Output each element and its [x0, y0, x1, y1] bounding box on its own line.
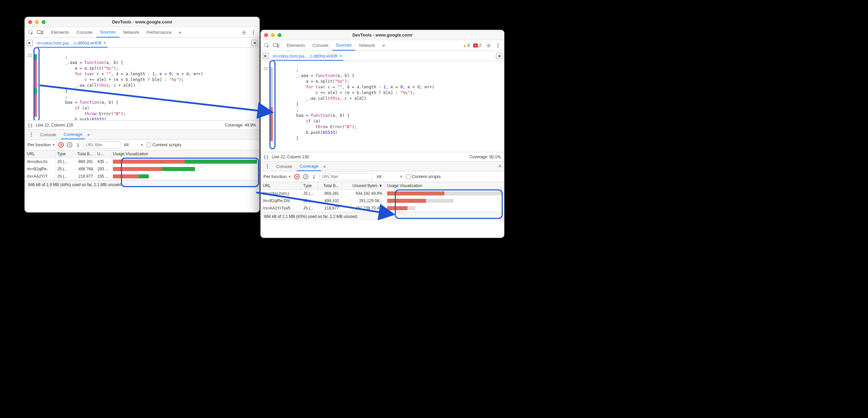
errors-badge[interactable]: ×2: [473, 43, 481, 48]
tab-sources[interactable]: Sources: [96, 27, 119, 37]
show-navigator-icon[interactable]: ▶: [27, 40, 33, 46]
record-icon[interactable]: ●: [294, 174, 300, 179]
table-row[interactable]: /m=B2qlPe,DhlJS (...499,102291,129 58...: [261, 197, 504, 205]
tab-elements[interactable]: Elements: [48, 27, 72, 37]
tab-console[interactable]: Console: [309, 40, 332, 50]
drawer-tab-console[interactable]: Console: [37, 130, 59, 139]
tab-performance[interactable]: Performance: [143, 27, 175, 37]
col-url[interactable]: URL: [261, 182, 301, 190]
main-toolbar: Elements Console Sources Network » ▲5 ×2: [261, 40, 504, 51]
table-row[interactable]: /rs=AA2YrTsw5JS (...216,877152,739 70.4%: [261, 205, 504, 212]
kebab-icon[interactable]: [249, 29, 257, 36]
show-sidebar-icon[interactable]: ◀: [496, 53, 502, 59]
col-total[interactable]: Total B...: [72, 150, 95, 158]
cursor-position: Line 22, Column 129: [36, 123, 73, 128]
more-tabs[interactable]: »: [176, 27, 185, 37]
content-scripts-label: Content scripts: [411, 174, 441, 179]
close-dot[interactable]: [28, 20, 32, 24]
clear-icon[interactable]: ⊘: [303, 174, 308, 179]
col-total[interactable]: Total B...: [318, 182, 341, 190]
svg-point-19: [267, 168, 268, 169]
code-editor[interactable]: 22 ; _.aaa = function(a, b) { a = a.spli…: [25, 48, 259, 120]
close-icon[interactable]: ×: [323, 164, 326, 169]
coverage-pct: Coverage: 49.9%: [225, 123, 256, 128]
tab-network[interactable]: Network: [356, 40, 379, 50]
close-dot[interactable]: [264, 33, 268, 37]
per-function-select[interactable]: Per function▾: [28, 142, 55, 147]
file-bar: ▶ m=cdos,hsm,jsa,…c,dtl0hd,eHDfl × ◀: [261, 51, 504, 61]
code-editor[interactable]: 22 ; _.aaa = function(a, b) { a = a.spli…: [261, 61, 504, 152]
device-icon[interactable]: [36, 29, 44, 36]
close-drawer-icon[interactable]: ×: [498, 163, 501, 169]
coverage-toolbar: Per function▾ ● ⊘ ⤓ All▾ Content scripts: [261, 171, 504, 182]
svg-point-7: [31, 133, 32, 134]
type-filter-select[interactable]: All▾: [124, 142, 143, 147]
show-navigator-icon[interactable]: ▶: [263, 53, 269, 59]
record-icon[interactable]: ●: [58, 142, 64, 148]
url-filter-input[interactable]: [319, 173, 373, 180]
close-icon[interactable]: ×: [87, 132, 90, 138]
table-row[interactable]: /m=B2qlPe,JS (...498 764293 ...: [25, 165, 259, 173]
pretty-print-icon[interactable]: { }: [28, 123, 32, 128]
col-unused[interactable]: U...: [95, 150, 111, 158]
svg-point-6: [253, 33, 254, 34]
svg-rect-2: [41, 31, 43, 34]
zoom-dot[interactable]: [278, 33, 281, 37]
kebab-icon[interactable]: [264, 162, 272, 170]
source-file-tab[interactable]: m=cdos,hsm,jsa,…c,dtl0hd,eHDfl ×: [35, 38, 107, 47]
export-icon[interactable]: ⤓: [312, 173, 316, 180]
svg-point-17: [267, 164, 268, 165]
drawer-tab-coverage[interactable]: Coverage: [61, 130, 85, 139]
device-icon[interactable]: [272, 41, 280, 49]
minimize-dot[interactable]: [35, 20, 39, 24]
col-usage[interactable]: Usage Visualization: [111, 150, 259, 158]
tab-sources[interactable]: Sources: [333, 40, 355, 50]
col-usage[interactable]: Usage Visualization: [385, 182, 504, 190]
gear-icon[interactable]: [485, 41, 493, 49]
content-scripts-checkbox[interactable]: [147, 143, 151, 147]
code-body: ; _.aaa = function(a, b) { a = a.split("…: [37, 48, 259, 120]
table-row[interactable]: /m=cdos,hsm,jJS (...869,281434,192 49.9%: [261, 190, 504, 198]
col-url[interactable]: URL: [25, 150, 55, 158]
pretty-print-icon[interactable]: { }: [264, 154, 269, 159]
coverage-table: URL Type Total B... U... Usage Visualiza…: [25, 150, 259, 180]
warnings-badge[interactable]: ▲5: [463, 43, 470, 48]
more-tabs[interactable]: »: [379, 40, 388, 50]
cursor-position: Line 22, Column 130: [272, 154, 309, 159]
show-sidebar-icon[interactable]: ◀: [251, 40, 257, 46]
gear-icon[interactable]: [240, 29, 248, 36]
minimize-dot[interactable]: [271, 33, 275, 37]
drawer-tab-console[interactable]: Console: [274, 162, 295, 171]
tab-elements[interactable]: Elements: [283, 40, 308, 50]
close-icon[interactable]: ×: [103, 40, 106, 45]
devtools-window-right: DevTools - www.google.com/ Elements Cons…: [260, 30, 504, 238]
svg-point-13: [488, 44, 489, 46]
clear-icon[interactable]: ⊘: [67, 142, 72, 148]
svg-point-5: [253, 32, 254, 33]
content-scripts-checkbox[interactable]: [406, 174, 410, 179]
kebab-icon[interactable]: [28, 131, 35, 139]
table-row[interactable]: /rs=AA2YrTJS (...216 877155 ...: [25, 173, 259, 180]
url-filter-input[interactable]: [84, 141, 120, 149]
tab-console[interactable]: Console: [73, 27, 96, 37]
zoom-dot[interactable]: [41, 20, 45, 24]
svg-point-14: [498, 43, 499, 44]
type-filter-select[interactable]: All▾: [376, 174, 402, 179]
editor-statusbar: { } Line 22, Column 129 Coverage: 49.9%: [25, 120, 259, 130]
per-function-select[interactable]: Per function▾: [264, 174, 291, 179]
kebab-icon[interactable]: [494, 41, 502, 49]
table-row[interactable]: /m=cdos,hsJS (...869 281435 ...: [25, 158, 259, 166]
svg-point-4: [253, 30, 254, 31]
tab-network[interactable]: Network: [120, 27, 143, 37]
col-type[interactable]: Type: [301, 182, 318, 190]
col-unused[interactable]: Unused Bytes ▼: [341, 182, 385, 190]
svg-rect-11: [274, 43, 277, 46]
close-icon[interactable]: ×: [340, 53, 342, 59]
source-file-tab[interactable]: m=cdos,hsm,jsa,…c,dtl0hd,eHDfl ×: [272, 51, 343, 61]
col-type[interactable]: Type: [55, 150, 72, 158]
inspect-icon[interactable]: [263, 41, 271, 49]
drawer-header: Console Coverage × ×: [261, 161, 504, 171]
drawer-tab-coverage[interactable]: Coverage: [297, 162, 321, 171]
export-icon[interactable]: ⤓: [76, 142, 80, 148]
inspect-icon[interactable]: [27, 29, 35, 36]
